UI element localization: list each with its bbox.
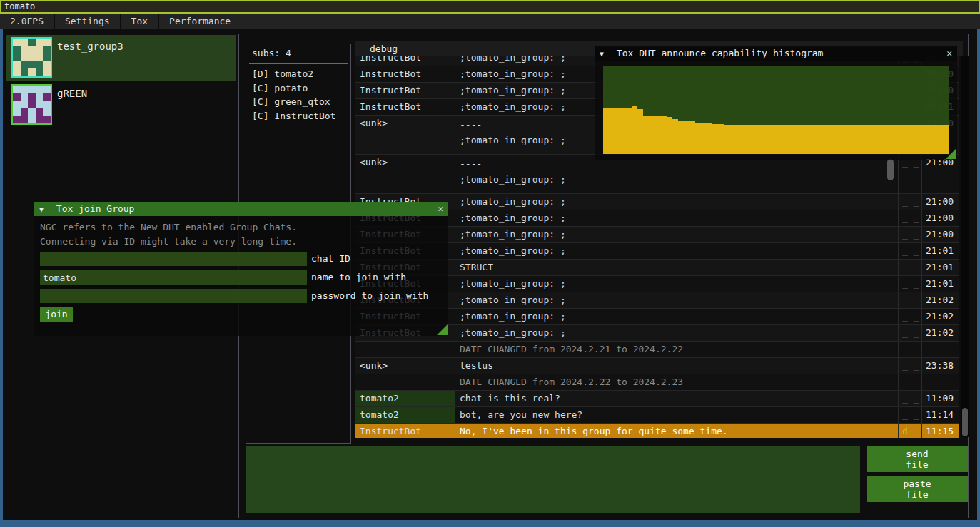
chat-message-row[interactable]: InstructBotNo, I've been in this group f… bbox=[355, 424, 959, 438]
message-timestamp bbox=[922, 342, 959, 357]
histogram-bar bbox=[712, 124, 718, 154]
join-group-titlebar[interactable]: ▼ Tox join Group ✕ bbox=[34, 202, 448, 216]
message-flags: _ _ bbox=[899, 155, 922, 193]
histogram-bar bbox=[615, 108, 620, 154]
histogram-bar bbox=[857, 125, 862, 154]
histogram-bar bbox=[868, 125, 874, 154]
collapse-arrow-icon[interactable]: ▼ bbox=[39, 205, 44, 213]
member-green_qtox[interactable]: [C] green_qtox bbox=[252, 95, 348, 109]
histogram-bar bbox=[822, 125, 827, 154]
join-name-label: name to join with bbox=[311, 270, 406, 285]
chat-scrollbar[interactable] bbox=[961, 56, 969, 437]
window-title: tomato bbox=[4, 1, 35, 11]
join-password-input[interactable] bbox=[40, 289, 307, 303]
message-flags bbox=[899, 342, 922, 357]
message-text: ;tomato_in_group: ; bbox=[455, 292, 899, 308]
collapse-arrow-icon[interactable]: ▼ bbox=[600, 50, 604, 58]
chat-message-row[interactable]: tomato2chat is this real?_ _11:09 bbox=[355, 391, 959, 407]
member-tomato2[interactable]: [D] tomato2 bbox=[252, 67, 348, 81]
send-file-button[interactable]: send file bbox=[867, 446, 968, 472]
fps-counter: 2.0FPS bbox=[0, 14, 54, 29]
message-timestamp: 21:01 bbox=[922, 276, 959, 292]
tab-debug[interactable]: debug bbox=[370, 42, 398, 56]
message-text: STRUCT bbox=[455, 260, 899, 275]
message-timestamp: 21:02 bbox=[922, 292, 959, 308]
message-timestamp: 21:01 bbox=[922, 243, 959, 259]
message-flags: _ _ bbox=[899, 243, 922, 259]
date-separator-row[interactable]: DATE CHANGED from 2024.2.22 to 2024.2.23 bbox=[355, 374, 959, 391]
app-content: test_group3gREEN subs: 4 [D] tomato2[C] … bbox=[3, 29, 977, 520]
join-group-title: Tox join Group bbox=[56, 203, 135, 214]
group-item-test_group3[interactable]: test_group3 bbox=[6, 35, 236, 81]
message-text: chat is this real? bbox=[455, 391, 899, 406]
histogram-bar bbox=[764, 125, 770, 154]
message-flags: _ _ bbox=[899, 276, 922, 292]
histogram-bar bbox=[874, 125, 879, 154]
histogram-bar bbox=[919, 125, 925, 154]
message-flags: _ _ bbox=[899, 260, 922, 275]
message-flags: _ _ bbox=[899, 309, 922, 324]
histogram-bar bbox=[742, 125, 747, 154]
menu-item-tox[interactable]: Tox bbox=[121, 14, 158, 29]
join-group-window[interactable]: ▼ Tox join Group ✕ NGC refers to the New… bbox=[34, 202, 448, 336]
sender-name: InstructBot bbox=[355, 424, 455, 438]
histogram-bar bbox=[689, 121, 695, 154]
message-timestamp: 11:15 bbox=[922, 424, 959, 438]
join-button[interactable]: join bbox=[40, 307, 73, 322]
message-text: ;tomato_in_group: ; bbox=[455, 243, 899, 259]
message-timestamp: 21:02 bbox=[922, 325, 959, 341]
chat-scrollbar-grab[interactable] bbox=[962, 408, 968, 436]
message-flags: d _ bbox=[899, 424, 922, 438]
message-text: DATE CHANGED from 2024.2.22 to 2024.2.23 bbox=[455, 374, 899, 390]
histogram-bar bbox=[879, 125, 885, 154]
chat-message-row[interactable]: <unk>----;tomato_in_group: ;----_ _21:00 bbox=[355, 155, 959, 194]
close-icon[interactable]: ✕ bbox=[946, 46, 952, 61]
histogram-bar bbox=[759, 125, 764, 154]
histogram-bar bbox=[787, 125, 793, 154]
message-text: No, I've been in this group for quite so… bbox=[455, 424, 899, 438]
message-timestamp: 21:00 bbox=[922, 194, 959, 210]
histogram-bar bbox=[672, 119, 678, 154]
message-text: bot, are you new here? bbox=[455, 407, 899, 423]
histogram-bar bbox=[896, 125, 902, 154]
sender-name: InstructBot bbox=[355, 56, 455, 66]
sender-name: <unk> bbox=[355, 358, 455, 374]
sender-name: InstructBot bbox=[355, 99, 455, 115]
histogram-bar bbox=[885, 125, 891, 154]
member-InstructBot[interactable]: [C] InstructBot bbox=[252, 109, 348, 123]
close-icon[interactable]: ✕ bbox=[438, 202, 443, 216]
message-timestamp: 23:38 bbox=[922, 358, 959, 374]
dht-histogram-window[interactable]: ▼ Tox DHT announce capability histogram … bbox=[595, 46, 957, 160]
message-flags bbox=[899, 374, 922, 390]
date-separator-row[interactable]: DATE CHANGED from 2024.2.21 to 2024.2.22 bbox=[355, 342, 959, 358]
histogram-bar bbox=[632, 106, 637, 154]
histogram-bar bbox=[609, 108, 615, 154]
message-text: DATE CHANGED from 2024.2.21 to 2024.2.22 bbox=[455, 342, 899, 357]
chat-id-input[interactable] bbox=[40, 252, 307, 266]
paste-file-button[interactable]: paste file bbox=[867, 476, 968, 502]
chat-message-row[interactable]: <unk>testus_ _23:38 bbox=[355, 358, 959, 374]
histogram-bar bbox=[891, 125, 896, 154]
subs-count-label: subs: 4 bbox=[252, 48, 291, 58]
chat-message-row[interactable]: tomato2bot, are you new here?_ _11:14 bbox=[355, 407, 959, 424]
dht-histogram-plot bbox=[603, 66, 949, 154]
histogram-bar bbox=[655, 116, 661, 154]
message-input[interactable] bbox=[246, 446, 860, 513]
join-name-input[interactable] bbox=[40, 270, 307, 285]
histogram-bar bbox=[735, 125, 741, 154]
group-name: gREEN bbox=[57, 88, 87, 99]
dht-histogram-titlebar[interactable]: ▼ Tox DHT announce capability histogram … bbox=[595, 46, 957, 61]
dht-histogram-title: Tox DHT announce capability histogram bbox=[617, 48, 824, 58]
message-text: ;tomato_in_group: ; bbox=[455, 309, 899, 324]
resize-grip[interactable] bbox=[946, 148, 956, 159]
member-potato[interactable]: [C] potato bbox=[252, 81, 348, 96]
menu-item-settings[interactable]: Settings bbox=[55, 14, 120, 29]
message-scrollbar-grab[interactable] bbox=[887, 159, 894, 180]
group-item-gREEN[interactable]: gREEN bbox=[6, 82, 236, 128]
resize-grip[interactable] bbox=[437, 324, 448, 335]
histogram-bar bbox=[650, 116, 655, 154]
menu-item-performance[interactable]: Performance bbox=[159, 14, 241, 29]
message-timestamp: 11:09 bbox=[922, 391, 959, 406]
histogram-bar bbox=[793, 125, 799, 154]
histogram-bar bbox=[637, 109, 643, 154]
